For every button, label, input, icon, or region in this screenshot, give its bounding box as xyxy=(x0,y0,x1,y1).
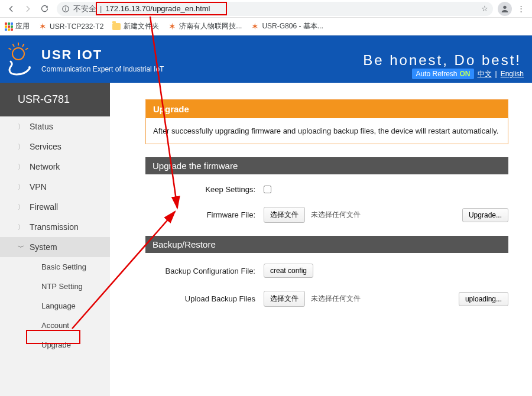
svg-line-6 xyxy=(72,212,175,329)
annotation-arrows xyxy=(0,0,532,396)
svg-line-5 xyxy=(150,17,177,208)
